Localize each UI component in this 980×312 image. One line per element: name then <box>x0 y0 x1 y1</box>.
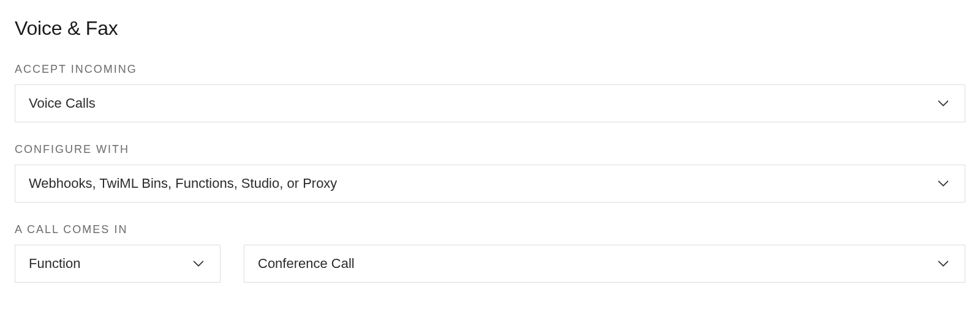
chevron-down-icon <box>937 97 950 110</box>
a-call-comes-in-label: A CALL COMES IN <box>15 223 965 236</box>
configure-with-value: Webhooks, TwiML Bins, Functions, Studio,… <box>29 176 337 191</box>
field-accept-incoming: ACCEPT INCOMING Voice Calls <box>15 63 965 122</box>
chevron-down-icon <box>192 257 205 270</box>
call-handler-type-select[interactable]: Function <box>15 245 221 283</box>
accept-incoming-label: ACCEPT INCOMING <box>15 63 965 76</box>
accept-incoming-select[interactable]: Voice Calls <box>15 84 965 122</box>
field-configure-with: CONFIGURE WITH Webhooks, TwiML Bins, Fun… <box>15 143 965 202</box>
section-title: Voice & Fax <box>15 17 965 40</box>
call-handler-value: Conference Call <box>258 256 355 272</box>
chevron-down-icon <box>937 177 950 190</box>
call-handler-value-select[interactable]: Conference Call <box>244 245 965 283</box>
chevron-down-icon <box>937 257 950 270</box>
configure-with-select[interactable]: Webhooks, TwiML Bins, Functions, Studio,… <box>15 165 965 202</box>
configure-with-label: CONFIGURE WITH <box>15 143 965 156</box>
field-a-call-comes-in: A CALL COMES IN Function Conference Call <box>15 223 965 283</box>
accept-incoming-value: Voice Calls <box>29 95 96 111</box>
call-handler-type-value: Function <box>29 256 80 272</box>
